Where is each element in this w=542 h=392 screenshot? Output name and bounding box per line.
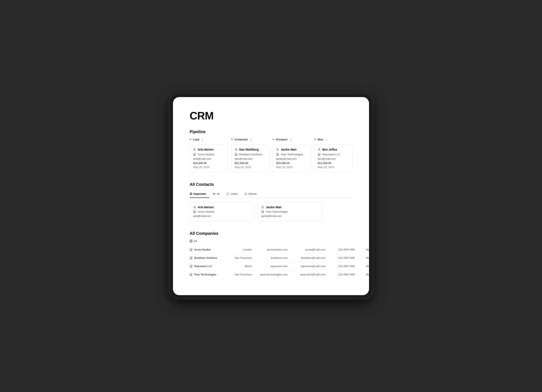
- column-label-prospect: Prospect: [276, 138, 288, 141]
- contact-card-jackie[interactable]: Jackie Wan Pear Technologies jackie@m: [258, 202, 323, 221]
- pipeline-card-dan[interactable]: Dan Wahlberg Bookface Solutions: [231, 144, 269, 172]
- status-dot-won: [314, 138, 316, 140]
- card-date-arla: May 25, 2024: [193, 165, 224, 169]
- company-row-bookface[interactable]: Bookface Solutions San Francisco bookfac…: [190, 254, 352, 262]
- card-company-dan: Bookface Solutions: [235, 153, 266, 156]
- contacts-cards: Arla Marten Acme Studios arla@mail.co: [190, 202, 323, 221]
- company-website-pear: pear-technologies.com: [259, 273, 288, 276]
- svg-text:?: ?: [228, 193, 228, 195]
- card-date-ben: May 25, 2024: [318, 165, 349, 169]
- company-email-pear: pear-tech@mail.com: [294, 273, 325, 276]
- building-icon: [318, 153, 321, 156]
- company-phone-acme: 123-4567-890: [332, 248, 355, 251]
- company-details-pear: San Francisco pear-technologies.com pear…: [231, 273, 369, 276]
- svg-rect-34: [262, 211, 262, 212]
- column-count-won: 1: [326, 138, 327, 141]
- tab-all[interactable]: All: [209, 191, 223, 198]
- svg-rect-4: [194, 155, 195, 156]
- building-icon: [190, 273, 193, 276]
- company-website-acme: acmestudios.com: [259, 248, 288, 251]
- tab-important[interactable]: Important: [190, 191, 209, 198]
- contact-name-jackie: Jackie Wan: [261, 206, 319, 209]
- card-email-ben: ben@mail.com: [318, 157, 349, 160]
- pipeline-column-lead: Lead 1 Arla Marten: [190, 138, 228, 172]
- companies-list: Acme Studios London acmestudios.com acme…: [190, 246, 352, 279]
- svg-rect-17: [319, 154, 319, 154]
- svg-rect-14: [277, 155, 278, 156]
- pipeline-section-title: Pipeline: [190, 129, 352, 134]
- tab-leads[interactable]: ? Leads: [223, 191, 241, 198]
- company-row-acme[interactable]: Acme Studios London acmestudios.com acme…: [190, 246, 352, 254]
- svg-point-27: [194, 206, 195, 207]
- card-amount-dan: $21,000.00: [235, 162, 266, 165]
- company-date-pear: May 25, 2024: [362, 273, 369, 276]
- card-email-dan: dan@mail.com: [235, 157, 266, 160]
- column-count-contacted: 1: [250, 138, 252, 141]
- pipeline-card-jackie[interactable]: Jackie Wan Pear Technologies: [273, 144, 311, 172]
- column-header-prospect: Prospect 1: [273, 138, 311, 141]
- contact-email-arla: arla@mail.com: [193, 214, 251, 217]
- svg-rect-30: [195, 211, 195, 212]
- svg-rect-48: [191, 258, 191, 259]
- contact-company-jackie: Pear Technologies: [261, 210, 319, 213]
- card-amount-arla: $19,000.00: [193, 162, 224, 165]
- status-dot-lead: [190, 138, 191, 140]
- svg-rect-12: [277, 154, 277, 154]
- pipeline-column-won: Won 1 Ben Jeffos: [314, 138, 352, 172]
- building-icon: [193, 153, 196, 156]
- all-contacts-title: All Contacts: [190, 182, 352, 187]
- card-email-arla: arla@mail.com: [193, 157, 224, 160]
- all-contacts-section: All Contacts Important: [190, 182, 352, 221]
- pipeline-section: Pipeline Lead 1: [190, 129, 352, 172]
- company-location-pear: San Francisco: [231, 273, 252, 276]
- svg-point-21: [190, 193, 191, 194]
- content-area: CRM Pipeline Lead 1: [173, 97, 369, 295]
- svg-rect-56: [191, 275, 191, 276]
- all-contacts-icon: [213, 192, 216, 195]
- company-phone-bookface: 123-4567-890: [332, 256, 355, 260]
- company-row-represent[interactable]: Represent LLC Miami represent.com repres…: [190, 262, 352, 270]
- companies-filter-label: All: [194, 239, 197, 243]
- card-amount-jackie: $15,000.00: [276, 162, 307, 165]
- contacts-tabs: Important All ?: [190, 191, 352, 198]
- companies-filter[interactable]: All: [190, 239, 352, 243]
- company-location-represent: Miami: [231, 265, 252, 268]
- all-companies-section: All Companies All: [190, 231, 352, 279]
- building-icon: [190, 265, 193, 268]
- person-icon: [318, 148, 321, 151]
- card-company-arla: Acme Studios: [193, 153, 224, 156]
- svg-rect-39: [190, 241, 191, 242]
- status-dot-prospect: [273, 138, 274, 140]
- svg-rect-3: [195, 154, 195, 154]
- pipeline-card-arla[interactable]: Arla Marten Acme Studios: [190, 144, 228, 172]
- grid-icon: [190, 239, 193, 243]
- svg-rect-51: [191, 266, 192, 266]
- svg-rect-31: [194, 212, 195, 213]
- card-date-jackie: May 25, 2024: [276, 165, 307, 169]
- svg-rect-55: [191, 274, 192, 275]
- pipeline-card-ben[interactable]: Ben Jeffos Represent LLC: [314, 144, 352, 172]
- tab-clients[interactable]: Clients: [241, 191, 260, 198]
- building-icon: [261, 210, 264, 213]
- svg-point-23: [214, 193, 215, 194]
- company-details-represent: Miami represent.com represent@mail.com 1…: [231, 265, 369, 268]
- card-email-jackie: jackie@mail.com: [276, 157, 307, 160]
- person-icon: [261, 206, 264, 209]
- person-icon: [193, 148, 196, 151]
- contact-email-jackie: jackie@mail.com: [261, 214, 319, 217]
- column-count-lead: 1: [202, 138, 203, 141]
- company-name-pear: Pear Technologies: [190, 273, 231, 276]
- contact-card-arla[interactable]: Arla Marten Acme Studios arla@mail.co: [190, 202, 254, 221]
- card-name-ben: Ben Jeffos: [318, 148, 349, 151]
- pipeline-columns: Lead 1 Arla Marten: [190, 138, 352, 172]
- column-label-won: Won: [318, 138, 323, 141]
- svg-rect-9: [236, 155, 237, 156]
- card-company-ben: Represent LLC: [318, 153, 349, 156]
- column-header-lead: Lead 1: [190, 138, 228, 141]
- svg-rect-38: [191, 240, 192, 241]
- clients-icon: [244, 192, 247, 195]
- svg-rect-2: [194, 154, 194, 154]
- card-name-jackie: Jackie Wan: [276, 148, 307, 151]
- svg-rect-13: [278, 154, 278, 154]
- company-row-pear[interactable]: Pear Technologies San Francisco pear-tec…: [190, 270, 352, 279]
